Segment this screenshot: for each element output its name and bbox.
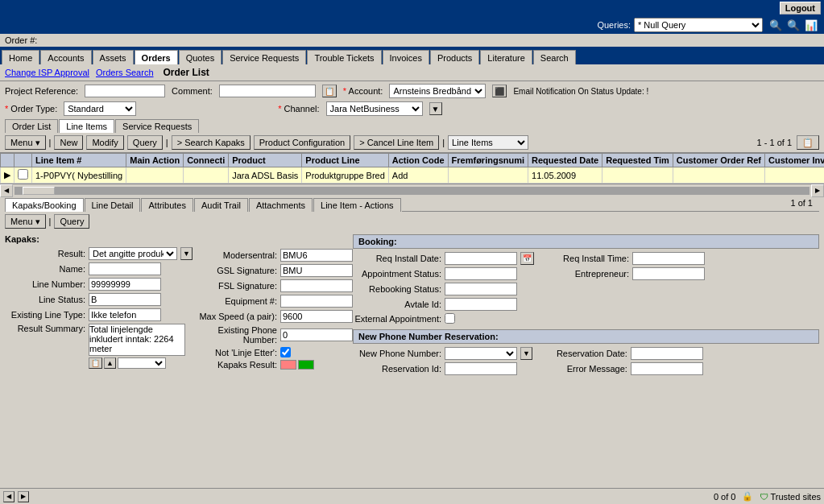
search-icon-2[interactable]: 🔍 (785, 19, 801, 31)
col-line-item[interactable]: Line Item # (32, 154, 126, 167)
col-req-time[interactable]: Requested Tim (602, 154, 673, 167)
reservation-date-label: Reservation Date: (539, 349, 627, 358)
comment-input[interactable] (219, 85, 316, 97)
req-install-time-input[interactable] (632, 252, 705, 265)
queries-label: Queries: (597, 20, 631, 30)
nav-tab-literature[interactable]: Literature (480, 50, 532, 64)
section-tab-order-list[interactable]: Order List (5, 119, 58, 133)
hscroll-left[interactable]: ◀ (0, 184, 13, 197)
search-icon-1[interactable]: 🔍 (768, 19, 784, 31)
hscroll-right[interactable]: ▶ (811, 184, 824, 197)
row-checkbox[interactable] (18, 169, 28, 180)
product-config-button[interactable]: Product Configuration (254, 135, 350, 150)
col-action-code[interactable]: Action Code (388, 154, 448, 167)
name-input[interactable] (89, 262, 161, 275)
nav-tab-orders[interactable]: Orders (135, 50, 178, 64)
bottom-tab-line-detail[interactable]: Line Detail (85, 198, 141, 212)
equipment-input[interactable] (280, 295, 353, 308)
export-button[interactable]: 📋 (797, 135, 819, 150)
row-check[interactable] (14, 167, 32, 184)
reservation-id-label: Reservation Id: (353, 364, 441, 374)
order-type-select[interactable]: Standard (64, 101, 136, 116)
channel-btn[interactable]: ▼ (429, 102, 442, 115)
nav-tab-products[interactable]: Products (430, 50, 479, 64)
result-summary-textarea[interactable]: Total linjelengde inkludert inntak: 2264… (89, 324, 185, 356)
bottom-tab-attachments[interactable]: Attachments (249, 198, 313, 212)
col-product-line[interactable]: Product Line (302, 154, 388, 167)
bottom-tab-attributes[interactable]: Attributes (141, 198, 193, 212)
nav-tab-assets[interactable]: Assets (93, 50, 134, 64)
status-left-btn[interactable]: ◀ (3, 491, 14, 502)
modify-button[interactable]: Modify (86, 135, 123, 150)
summary-btn-1[interactable]: 📋 (89, 357, 102, 369)
nav-tab-service-requests[interactable]: Service Requests (222, 50, 306, 64)
col-product[interactable]: Product (229, 154, 302, 167)
modersentral-input[interactable] (280, 249, 353, 262)
change-isp-approval-link[interactable]: Change ISP Approval (5, 68, 89, 77)
col-cust-invoice[interactable]: Customer Invoice Ref (764, 154, 824, 167)
nav-tab-search[interactable]: Search (533, 50, 576, 64)
row-expand[interactable]: ▶ (1, 167, 14, 184)
nav-tab-trouble-tickets[interactable]: Trouble Tickets (307, 50, 381, 64)
channel-select[interactable]: Jara NetBusiness (326, 101, 423, 116)
new-button[interactable]: New (54, 135, 83, 150)
bottom-tab-line-item-actions[interactable]: Line Item - Actions (313, 198, 401, 212)
bottom-tab-audit-trail[interactable]: Audit Trail (194, 198, 248, 212)
nav-tab-home[interactable]: Home (2, 50, 39, 64)
new-phone-number-select[interactable] (445, 347, 517, 360)
logout-button[interactable]: Logout (780, 2, 821, 14)
comment-btn[interactable]: 📋 (322, 85, 337, 97)
status-right-btn[interactable]: ▶ (18, 491, 29, 502)
not-linje-checkbox[interactable] (280, 347, 291, 357)
result-select[interactable]: Det angitte produktet (89, 247, 177, 260)
queries-select[interactable]: * Null Query (634, 18, 763, 32)
menu-button[interactable]: Menu ▾ (5, 135, 46, 150)
line-number-input[interactable] (89, 278, 161, 291)
bottom-tab-kapaks[interactable]: Kapaks/Booking (5, 198, 84, 212)
fsl-input[interactable] (280, 279, 353, 292)
project-ref-input[interactable] (85, 85, 165, 97)
cancel-line-button[interactable]: > Cancel Line Item (354, 135, 439, 150)
chart-icon[interactable]: 📊 (803, 19, 819, 31)
bottom-query-button[interactable]: Query (54, 214, 89, 229)
line-items-select[interactable]: Line Items (448, 135, 528, 150)
req-date-cal-btn[interactable]: 📅 (520, 252, 534, 265)
line-status-input[interactable] (89, 293, 161, 306)
section-tab-line-items[interactable]: Line Items (59, 119, 114, 133)
req-install-date-input[interactable] (445, 252, 517, 265)
existing-line-type-input[interactable] (89, 308, 161, 321)
max-speed-input[interactable] (280, 310, 353, 323)
col-main-action[interactable]: Main Action (126, 154, 184, 167)
col-cust-order[interactable]: Customer Order Ref (673, 154, 764, 167)
existing-phone-input[interactable] (280, 328, 353, 341)
nav-tab-invoices[interactable]: Invoices (383, 50, 429, 64)
section-tab-service-requests[interactable]: Service Requests (115, 119, 199, 133)
row-fremf (448, 167, 528, 184)
account-btn[interactable]: ⬛ (492, 85, 507, 97)
reservation-id-input[interactable] (445, 362, 517, 375)
summary-btn-2[interactable]: ▲ (104, 357, 116, 369)
rebooking-status-input[interactable] (445, 283, 517, 295)
error-message-input[interactable] (631, 362, 703, 375)
query-button[interactable]: Query (127, 135, 163, 150)
nav-tab-accounts[interactable]: Accounts (40, 50, 91, 64)
gsl-input[interactable] (280, 264, 353, 277)
table-row[interactable]: ▶ 1-P0PVY( Nybestilling Jara ADSL Basis … (1, 167, 825, 184)
appointment-status-input[interactable] (445, 267, 517, 280)
kapaks-result-label: Kapaks Result: (197, 360, 277, 370)
trusted-label: Trusted sites (770, 492, 821, 502)
reservation-date-input[interactable] (631, 347, 703, 360)
new-phone-btn[interactable]: ▼ (520, 347, 532, 360)
col-fremf[interactable]: Fremføringsnumi (448, 154, 528, 167)
external-appointment-checkbox[interactable] (445, 313, 455, 324)
entrepreneur-input[interactable] (632, 267, 705, 280)
search-kapaks-button[interactable]: > Search Kapaks (172, 135, 251, 150)
summary-select[interactable] (118, 357, 166, 369)
bottom-menu-button[interactable]: Menu ▾ (5, 214, 46, 229)
col-connecti[interactable]: Connecti (184, 154, 229, 167)
avtale-id-input[interactable] (445, 298, 517, 311)
nav-tab-quotes[interactable]: Quotes (179, 50, 222, 64)
col-req-date[interactable]: Requested Date (528, 154, 602, 167)
orders-search-link[interactable]: Orders Search (96, 68, 154, 77)
account-select[interactable]: Arnsteins Bredbånd: (389, 84, 486, 98)
